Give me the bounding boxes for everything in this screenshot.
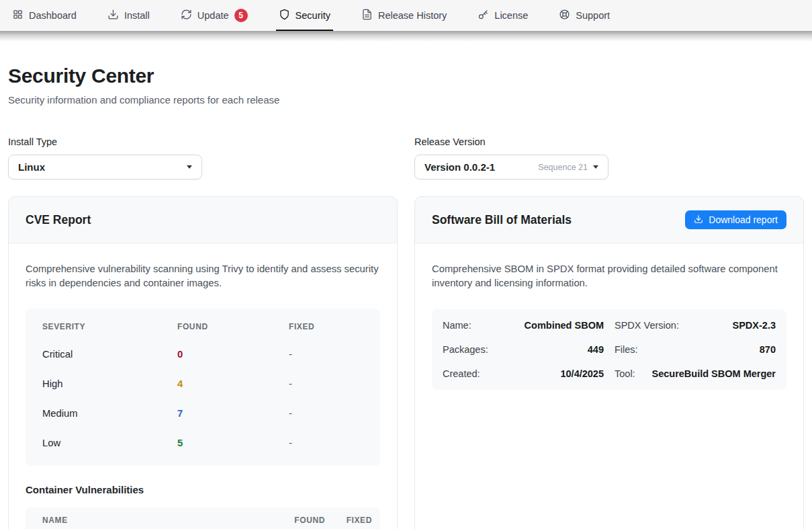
release-version-label: Release Version	[414, 136, 608, 147]
nav-label: Release History	[378, 10, 447, 21]
nav-label: Update	[197, 10, 229, 21]
cve-report-body: Comprehensive vulnerability scanning usi…	[9, 243, 397, 529]
detail-value: SecureBuild SBOM Merger	[651, 368, 776, 379]
sbom-detail-name: Name: Combined SBOM	[443, 318, 604, 333]
install-type-label: Install Type	[8, 136, 202, 147]
found-count: 5	[177, 438, 289, 448]
detail-label: Name:	[443, 320, 471, 331]
detail-value: 449	[588, 344, 604, 355]
nav-label: Security	[296, 10, 330, 21]
install-type-filter: Install Type Linux	[8, 136, 202, 179]
severity-label: High	[42, 378, 177, 389]
update-count-badge: 5	[234, 9, 248, 22]
detail-value: SPDX-2.3	[733, 320, 776, 331]
nav-shadow-divider	[0, 31, 812, 42]
cve-report-title: CVE Report	[26, 213, 91, 227]
nav-item-license[interactable]: License	[478, 0, 528, 31]
nav-item-dashboard[interactable]: Dashboard	[12, 0, 77, 31]
shield-icon	[279, 9, 290, 22]
table-row-critical: Critical 0 -	[26, 339, 380, 369]
found-count: 0	[177, 349, 289, 360]
severity-label: Critical	[42, 349, 177, 360]
detail-value: Combined SBOM	[525, 320, 604, 331]
dashboard-grid-icon	[12, 9, 24, 22]
sbom-detail-files: Files: 870	[615, 342, 776, 357]
cards-row: CVE Report Comprehensive vulnerability s…	[8, 196, 804, 529]
table-row-high: High 4 -	[26, 369, 380, 399]
download-report-label: Download report	[709, 214, 778, 225]
col-fixed: Fixed	[333, 516, 372, 525]
chevron-down-icon	[187, 165, 192, 169]
detail-label: SPDX Version:	[615, 320, 679, 331]
download-report-button[interactable]: Download report	[685, 210, 786, 229]
nav-label: Support	[576, 10, 610, 21]
sbom-detail-tool: Tool: SecureBuild SBOM Merger	[615, 366, 776, 381]
top-nav: Dashboard Install Update 5 Security Rele…	[0, 0, 812, 31]
filters-row: Install Type Linux Release Version Versi…	[8, 136, 804, 179]
severity-table: Severity Found Fixed Critical 0 - High 4…	[26, 309, 380, 466]
table-row-medium: Medium 7 -	[26, 399, 380, 428]
sequence-number: Sequence 21	[538, 163, 588, 172]
nav-label: Install	[124, 10, 150, 21]
install-type-value: Linux	[18, 161, 181, 173]
fixed-count: -	[289, 438, 363, 448]
detail-label: Packages:	[443, 344, 488, 355]
found-count: 4	[177, 378, 289, 389]
nav-item-release-history[interactable]: Release History	[361, 0, 447, 31]
sbom-body: Comprehensive SBOM in SPDX format provid…	[415, 243, 803, 390]
detail-label: Tool:	[615, 368, 635, 379]
severity-label: Low	[42, 438, 177, 448]
sbom-detail-packages: Packages: 449	[443, 342, 604, 357]
release-version-select[interactable]: Version 0.0.2-1 Sequence 21	[414, 155, 608, 179]
key-icon	[478, 9, 489, 22]
nav-label: Dashboard	[29, 10, 77, 21]
nav-item-support[interactable]: Support	[559, 0, 610, 31]
release-version-filter: Release Version Version 0.0.2-1 Sequence…	[414, 136, 608, 179]
cve-report-card: CVE Report Comprehensive vulnerability s…	[8, 196, 398, 529]
detail-value: 10/4/2025	[560, 368, 604, 379]
sbom-header: Software Bill of Materials Download repo…	[415, 197, 803, 243]
cve-report-description: Comprehensive vulnerability scanning usi…	[26, 262, 380, 291]
severity-table-header: Severity Found Fixed	[26, 314, 380, 339]
life-buoy-icon	[559, 9, 570, 22]
sbom-card: Software Bill of Materials Download repo…	[414, 196, 804, 529]
container-vulnerabilities-title: Container Vulnerabilities	[26, 484, 380, 495]
fixed-count: -	[289, 349, 363, 360]
col-found: Found	[278, 516, 325, 525]
nav-item-install[interactable]: Install	[107, 0, 150, 31]
detail-label: Created:	[443, 368, 480, 379]
col-found: Found	[177, 322, 289, 331]
nav-item-security[interactable]: Security	[279, 0, 330, 31]
severity-label: Medium	[42, 408, 177, 419]
refresh-icon	[181, 9, 192, 22]
col-fixed: Fixed	[289, 322, 363, 331]
install-type-select[interactable]: Linux	[8, 155, 202, 179]
page-title: Security Center	[8, 65, 804, 87]
fixed-count: -	[289, 378, 363, 389]
sbom-detail-spdx-version: SPDX Version: SPDX-2.3	[615, 318, 776, 333]
table-row-low: Low 5 -	[26, 428, 380, 458]
col-severity: Severity	[42, 322, 177, 331]
nav-item-update[interactable]: Update 5	[181, 0, 248, 31]
release-version-value: Version 0.0.2-1	[424, 161, 538, 173]
sbom-description: Comprehensive SBOM in SPDX format provid…	[432, 262, 786, 291]
cve-report-header: CVE Report	[9, 197, 397, 243]
sbom-detail-created: Created: 10/4/2025	[443, 366, 604, 381]
detail-label: Files:	[615, 344, 638, 355]
download-icon	[107, 9, 119, 22]
download-icon	[694, 214, 703, 226]
page-subtitle: Security information and compliance repo…	[8, 94, 804, 106]
file-text-icon	[361, 9, 373, 22]
main-content: Security Center Security information and…	[0, 42, 812, 529]
container-vulnerabilities-header: Name Found Fixed	[26, 507, 380, 529]
detail-value: 870	[760, 344, 776, 355]
fixed-count: -	[289, 408, 363, 419]
nav-label: License	[494, 10, 528, 21]
chevron-down-icon	[593, 165, 598, 169]
sbom-title: Software Bill of Materials	[432, 213, 572, 227]
found-count: 7	[177, 408, 289, 419]
sbom-details-grid: Name: Combined SBOM SPDX Version: SPDX-2…	[432, 309, 786, 390]
col-name: Name	[42, 516, 270, 525]
